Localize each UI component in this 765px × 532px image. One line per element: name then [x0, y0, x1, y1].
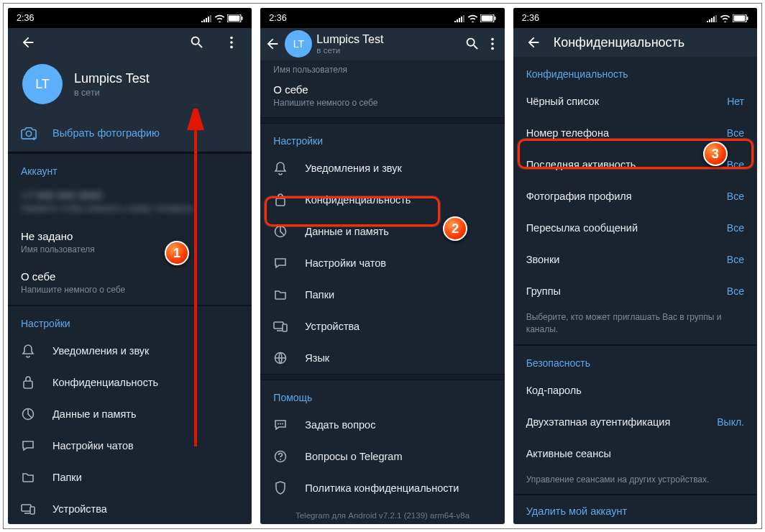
- status-bar: 2:36: [513, 8, 757, 28]
- page-title: Конфиденциальность: [554, 35, 751, 50]
- svg-rect-14: [494, 17, 495, 20]
- row-faq[interactable]: Вопросы о Telegram: [260, 441, 504, 472]
- svg-point-4: [230, 41, 233, 44]
- row-active-sessions[interactable]: Активные сеансы: [513, 438, 757, 469]
- username-label: Имя пользователя: [21, 244, 239, 256]
- bio-row[interactable]: О себе Напишите немного о себе: [260, 76, 504, 118]
- svg-rect-18: [276, 198, 285, 206]
- row-devices[interactable]: Устройства: [260, 311, 504, 342]
- wifi-icon: [214, 14, 225, 22]
- row-data[interactable]: Данные и память: [260, 216, 504, 247]
- row-data[interactable]: Данные и память: [8, 398, 252, 430]
- delete-account-link[interactable]: Удалить мой аккаунт: [513, 495, 757, 524]
- bio-hint: Напишите немного о себе: [273, 98, 491, 109]
- camera-add-icon: [21, 126, 37, 140]
- row-passcode[interactable]: Код-пароль: [513, 375, 757, 406]
- bio-value: О себе: [273, 83, 491, 96]
- screen-3-privacy-settings: 2:36 Конфиденциальность Конфиденциальнос…: [513, 8, 757, 524]
- arrow-back-icon: [20, 35, 36, 50]
- section-help: Помощь: [260, 380, 504, 409]
- status-clock: 2:36: [522, 13, 707, 23]
- bell-icon: [22, 344, 35, 358]
- svg-point-3: [230, 37, 233, 40]
- row-policy[interactable]: Политика конфиденциальности: [260, 472, 504, 504]
- lock-icon: [275, 193, 286, 207]
- section-settings: Настройки: [8, 306, 252, 335]
- status-bar: 2:36: [8, 8, 252, 28]
- bio-value: О себе: [21, 270, 239, 283]
- appbar: Конфиденциальность: [513, 28, 757, 57]
- profile-status: в сети: [316, 46, 459, 55]
- svg-rect-7: [24, 381, 32, 388]
- svg-rect-29: [734, 15, 746, 21]
- row-forwarding[interactable]: Пересылка сообщений Все: [513, 212, 757, 244]
- section-security: Безопасность: [513, 346, 757, 375]
- status-bar: 2:36: [260, 8, 504, 28]
- chat-icon: [22, 439, 35, 452]
- screen-2-settings-scrolled: 2:36 LT Lumpics Test в сети: [260, 8, 504, 524]
- pie-chart-icon: [22, 408, 35, 421]
- annotation-badge-1: 1: [165, 241, 189, 265]
- folder-icon: [274, 289, 287, 301]
- bio-row[interactable]: О себе Напишите немного о себе: [8, 264, 252, 305]
- svg-rect-21: [283, 324, 287, 331]
- row-privacy[interactable]: Конфиденциальность: [8, 367, 252, 398]
- row-two-step[interactable]: Двухэтапная аутентификация Выкл.: [513, 406, 757, 438]
- phone-row[interactable]: +7 000 000 0000 Нажмите чтобы изменить н…: [8, 183, 252, 224]
- row-notifications[interactable]: Уведомления и звук: [260, 152, 504, 184]
- row-calls[interactable]: Звонки Все: [513, 244, 757, 275]
- svg-rect-1: [229, 15, 240, 21]
- more-vert-icon: [224, 35, 239, 50]
- row-folders[interactable]: Папки: [8, 462, 252, 493]
- svg-rect-10: [30, 507, 35, 514]
- back-button[interactable]: [265, 36, 280, 52]
- row-profile-photo[interactable]: Фотография профиля Все: [513, 180, 757, 212]
- chat-icon: [274, 257, 287, 270]
- svg-point-6: [26, 131, 31, 136]
- row-blocked[interactable]: Чёрный список Нет: [513, 86, 757, 117]
- back-button[interactable]: [519, 28, 548, 57]
- sessions-hint: Управление сеансами на других устройства…: [513, 469, 757, 495]
- devices-icon: [21, 503, 35, 515]
- choose-photo-row[interactable]: Выбрать фотографию: [8, 117, 252, 152]
- row-chats[interactable]: Настройки чатов: [260, 247, 504, 279]
- row-language[interactable]: Язык: [260, 342, 504, 374]
- row-folders[interactable]: Папки: [260, 279, 504, 311]
- status-clock: 2:36: [17, 13, 201, 23]
- svg-rect-13: [481, 15, 493, 21]
- status-icons: [707, 14, 748, 22]
- svg-point-15: [491, 38, 494, 41]
- profile-name: Lumpics Test: [316, 33, 459, 46]
- search-button[interactable]: [464, 36, 480, 52]
- menu-button[interactable]: [217, 28, 246, 57]
- screen-1-settings-profile: 2:36 LT: [8, 8, 252, 524]
- svg-point-23: [278, 423, 279, 425]
- annotation-badge-3: 3: [703, 142, 728, 166]
- avatar[interactable]: LT: [22, 64, 63, 104]
- username-row[interactable]: Не задано Имя пользователя: [8, 224, 252, 265]
- bio-hint: Напишите немного о себе: [21, 285, 239, 296]
- row-devices[interactable]: Устройства: [8, 493, 252, 524]
- svg-rect-2: [242, 17, 243, 20]
- help-icon: [274, 450, 287, 463]
- row-chats[interactable]: Настройки чатов: [8, 430, 252, 462]
- menu-button[interactable]: [485, 36, 500, 52]
- lock-icon: [22, 375, 34, 390]
- signal-icon: [707, 14, 718, 22]
- app-version: Telegram для Android v7.2.1 (2139) arm64…: [260, 504, 504, 524]
- battery-icon: [227, 14, 243, 22]
- signal-icon: [201, 14, 212, 22]
- row-ask-question[interactable]: Задать вопрос: [260, 409, 504, 441]
- svg-point-25: [282, 423, 283, 425]
- search-button[interactable]: [183, 28, 211, 57]
- avatar[interactable]: LT: [285, 30, 312, 58]
- appbar: [8, 28, 252, 57]
- battery-icon: [480, 14, 496, 22]
- row-privacy[interactable]: Конфиденциальность: [260, 184, 504, 216]
- row-groups[interactable]: Группы Все: [513, 275, 757, 307]
- back-button[interactable]: [14, 28, 42, 57]
- wifi-icon: [467, 14, 478, 22]
- row-notifications[interactable]: Уведомления и звук: [8, 335, 252, 367]
- username-value: Не задано: [21, 230, 239, 242]
- arrow-back-icon: [265, 36, 280, 52]
